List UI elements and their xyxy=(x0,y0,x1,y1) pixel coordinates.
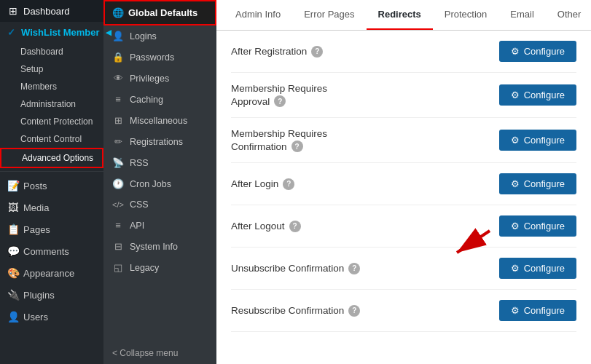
redirect-row-after-logout: After Logout ? ⚙ Configure xyxy=(231,205,576,248)
posts-icon: 📝 xyxy=(7,180,19,191)
gear-icon-unsubscribe: ⚙ xyxy=(511,263,520,274)
cron-icon: 🕐 xyxy=(112,178,124,189)
redirect-row-resubscribe: Resubscribe Confirmation ? ⚙ Configure xyxy=(231,290,576,332)
css-icon: </> xyxy=(112,200,124,209)
chevron-icon: ◀ xyxy=(106,28,111,36)
users-icon: 👤 xyxy=(7,311,19,323)
sidebar-item-members[interactable]: Members xyxy=(0,78,103,95)
plugins-icon: 🔌 xyxy=(7,289,19,301)
gear-icon-after-logout: ⚙ xyxy=(511,221,520,232)
sidebar-item-dashboard-sub[interactable]: Dashboard xyxy=(0,43,103,60)
configure-button-resubscribe[interactable]: ⚙ Configure xyxy=(499,300,576,321)
redirect-row-unsubscribe: Unsubscribe Confirmation ? ⚙ Configure xyxy=(231,248,576,290)
redirect-label-membership-confirmation: Membership Requires Confirmation ? xyxy=(231,128,327,152)
gear-icon-membership-approval: ⚙ xyxy=(511,90,520,100)
rss-icon: 📡 xyxy=(112,157,124,168)
main-content: Admin Info Error Pages Redirects Protect… xyxy=(216,0,591,364)
check-icon: ✓ xyxy=(7,27,15,38)
redirect-row-after-registration: After Registration ? ⚙ Configure xyxy=(231,31,576,73)
redirect-label-after-logout: After Logout ? xyxy=(231,221,301,232)
sidebar-item-content-control[interactable]: Content Control xyxy=(0,130,103,148)
system-info-icon: ⊟ xyxy=(112,241,124,252)
privileges-icon: 👁 xyxy=(112,73,124,84)
redirect-row-membership-approval: Membership Requires Approval ? ⚙ Configu… xyxy=(231,73,576,118)
plugin-sidebar-cron-jobs[interactable]: 🕐 Cron Jobs xyxy=(103,173,216,194)
plugin-sidebar-legacy[interactable]: ◱ Legacy xyxy=(103,257,216,278)
redirect-row-after-login: After Login ? ⚙ Configure xyxy=(231,163,576,205)
configure-button-after-logout[interactable]: ⚙ Configure xyxy=(499,215,576,237)
gear-icon-resubscribe: ⚙ xyxy=(511,305,520,316)
tab-protection[interactable]: Protection xyxy=(433,0,499,30)
plugin-sidebar-logins[interactable]: 👤 Logins xyxy=(103,25,216,47)
plugin-sidebar-system-info[interactable]: ⊟ System Info xyxy=(103,236,216,257)
plugin-sidebar-passwords[interactable]: 🔒 Passwords xyxy=(103,47,216,68)
plugin-sidebar-privileges[interactable]: 👁 Privileges xyxy=(103,68,216,89)
plugin-sidebar-caching[interactable]: ≡ Caching xyxy=(103,89,216,110)
help-icon-unsubscribe[interactable]: ? xyxy=(348,263,360,274)
sidebar-item-media[interactable]: 🖼 Media xyxy=(0,197,103,218)
appearance-icon: 🎨 xyxy=(7,267,19,279)
redirects-content: After Registration ? ⚙ Configure Members… xyxy=(216,31,591,364)
help-icon-resubscribe[interactable]: ? xyxy=(348,305,360,317)
comments-icon: 💬 xyxy=(7,245,19,257)
sidebar-item-wishlist[interactable]: ✓ WishList Member ◀ xyxy=(0,22,103,43)
gear-icon-after-login: ⚙ xyxy=(511,178,520,189)
tab-email[interactable]: Email xyxy=(498,0,546,30)
redirect-row-membership-confirmation: Membership Requires Confirmation ? ⚙ Con… xyxy=(231,118,576,163)
sidebar-item-plugins[interactable]: 🔌 Plugins xyxy=(0,284,103,306)
sidebar-item-content-protection[interactable]: Content Protection xyxy=(0,113,103,130)
tab-admin-info[interactable]: Admin Info xyxy=(224,0,292,30)
dashboard-icon: ⊞ xyxy=(7,5,19,17)
sidebar-item-pages[interactable]: 📋 Pages xyxy=(0,218,103,240)
sidebar-item-users[interactable]: 👤 Users xyxy=(0,306,103,328)
help-icon-after-logout[interactable]: ? xyxy=(289,221,301,232)
tab-error-pages[interactable]: Error Pages xyxy=(292,0,366,30)
sidebar-item-posts[interactable]: 📝 Posts xyxy=(0,175,103,197)
content-wrapper: After Registration ? ⚙ Configure Members… xyxy=(216,31,591,364)
sidebar-item-dashboard[interactable]: ⊞ Dashboard xyxy=(0,0,103,22)
configure-button-after-registration[interactable]: ⚙ Configure xyxy=(499,41,576,62)
media-icon: 🖼 xyxy=(7,202,19,213)
tab-redirects[interactable]: Redirects xyxy=(367,0,433,30)
plugin-sidebar-css[interactable]: </> CSS xyxy=(103,194,216,215)
tabs-bar: Admin Info Error Pages Redirects Protect… xyxy=(216,0,591,31)
plugin-sidebar-rss[interactable]: 📡 RSS xyxy=(103,152,216,173)
help-icon-membership-confirmation[interactable]: ? xyxy=(291,141,303,152)
wp-admin-sidebar: ⊞ Dashboard ✓ WishList Member ◀ Dashboar… xyxy=(0,0,103,364)
configure-button-unsubscribe[interactable]: ⚙ Configure xyxy=(499,258,576,279)
plugin-sidebar: 🌐 Global Defaults 👤 Logins 🔒 Passwords 👁… xyxy=(103,0,216,364)
help-icon-after-registration[interactable]: ? xyxy=(311,46,323,58)
sidebar-item-setup[interactable]: Setup xyxy=(0,60,103,78)
registrations-icon: ✏ xyxy=(112,136,124,147)
logins-icon: 👤 xyxy=(112,31,124,41)
sidebar-item-appearance[interactable]: 🎨 Appearance xyxy=(0,262,103,284)
global-defaults-header[interactable]: 🌐 Global Defaults xyxy=(103,0,216,25)
gear-icon-membership-confirmation: ⚙ xyxy=(511,135,520,146)
globe-icon: 🌐 xyxy=(112,7,124,18)
redirect-label-after-registration: After Registration ? xyxy=(231,46,323,58)
redirect-label-unsubscribe: Unsubscribe Confirmation ? xyxy=(231,263,360,274)
sidebar-item-administration[interactable]: Administration xyxy=(0,95,103,113)
help-icon-membership-approval[interactable]: ? xyxy=(274,95,286,107)
plugin-sidebar-registrations[interactable]: ✏ Registrations xyxy=(103,131,216,152)
api-icon: ≡ xyxy=(112,220,124,231)
plugin-sidebar-api[interactable]: ≡ API xyxy=(103,215,216,236)
sidebar-item-advanced-options[interactable]: Advanced Options xyxy=(0,148,103,168)
redirect-label-after-login: After Login ? xyxy=(231,178,294,190)
sidebar-item-comments[interactable]: 💬 Comments xyxy=(0,240,103,262)
configure-button-membership-approval[interactable]: ⚙ Configure xyxy=(499,84,576,106)
plugin-sidebar-miscellaneous[interactable]: ⊞ Miscellaneous xyxy=(103,110,216,131)
help-icon-after-login[interactable]: ? xyxy=(283,178,294,190)
tab-other[interactable]: Other xyxy=(546,0,591,30)
legacy-icon: ◱ xyxy=(112,262,124,273)
passwords-icon: 🔒 xyxy=(112,52,124,63)
collapse-menu-button[interactable]: < Collapse menu xyxy=(103,342,216,364)
gear-icon-after-registration: ⚙ xyxy=(511,46,520,57)
configure-button-membership-confirmation[interactable]: ⚙ Configure xyxy=(499,130,576,151)
redirect-label-resubscribe: Resubscribe Confirmation ? xyxy=(231,305,360,317)
configure-button-after-login[interactable]: ⚙ Configure xyxy=(499,173,576,194)
redirect-label-membership-approval: Membership Requires Approval ? xyxy=(231,83,327,107)
misc-icon: ⊞ xyxy=(112,115,124,126)
pages-icon: 📋 xyxy=(7,223,19,235)
caching-icon: ≡ xyxy=(112,94,124,105)
